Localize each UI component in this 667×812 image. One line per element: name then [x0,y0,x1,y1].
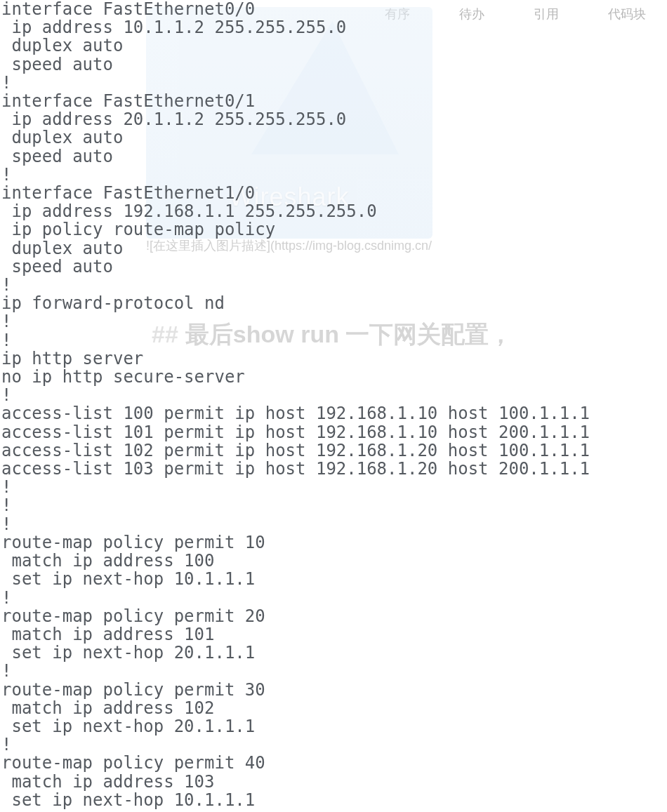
toolbar-item: 代码块 [608,6,646,22]
screenshot-stage: 有序 待办 引用 代码块 Wireshark ![在这里插入图片描述](http… [0,0,667,812]
router-config-output: interface FastEthernet0/0 ip address 10.… [0,0,590,809]
